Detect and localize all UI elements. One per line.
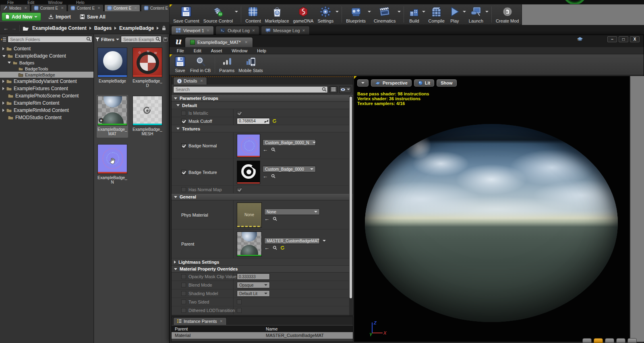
window-title-bar[interactable]: u ExampleBadge_MAT* ✕ – □ X: [170, 35, 644, 47]
expander-icon[interactable]: [176, 128, 180, 130]
tree-item-examplebodyvariant-content[interactable]: ExampleBodyVariant Content: [0, 78, 93, 85]
save-all-button[interactable]: Save All: [78, 12, 107, 21]
tab-close-icon[interactable]: ✕: [134, 6, 137, 10]
instance-parents-close-icon[interactable]: ✕: [220, 319, 223, 323]
phys-material-thumbnail[interactable]: None: [237, 202, 262, 227]
breadcrumb-item-badges[interactable]: Badges: [94, 25, 112, 31]
checkbox-checked[interactable]: [237, 111, 242, 116]
dropdown-caret-icon[interactable]: [398, 11, 401, 12]
dropdown-caret-icon[interactable]: [368, 11, 371, 12]
toolbar-button-content[interactable]: Content: [243, 5, 263, 25]
forward-arrow-button[interactable]: →: [11, 25, 17, 31]
dropdown-caret-icon[interactable]: [235, 11, 238, 12]
use-selected-asset-icon[interactable]: ←: [263, 148, 268, 152]
instance-parents-tab[interactable]: Instance Parents ✕: [173, 317, 227, 325]
parent-thumbnail[interactable]: [237, 231, 262, 256]
badge-normal-asset-dropdown[interactable]: Custom_Badge_0000_N: [263, 139, 316, 146]
expander-icon[interactable]: [174, 97, 177, 99]
checkbox-checked[interactable]: [181, 119, 186, 124]
browse-to-asset-icon[interactable]: [273, 246, 277, 250]
toolbar-button-marketplace[interactable]: Marketplace: [263, 5, 291, 25]
tree-item-examplefixtures-content[interactable]: ExampleFixtures Content: [0, 85, 93, 92]
checkbox-checked[interactable]: [181, 143, 186, 148]
tree-item-content[interactable]: Content: [0, 45, 93, 52]
tree-item-fmodstudio-content[interactable]: FMODStudio Content: [0, 114, 93, 121]
parent-asset-dropdown[interactable]: MASTER_CustomBadgeMAT: [264, 238, 320, 244]
browse-to-asset-icon[interactable]: [273, 217, 277, 221]
dropdown-caret-icon[interactable]: [485, 11, 489, 12]
material-document-tab[interactable]: ExampleBadge_MAT* ✕: [185, 37, 253, 47]
expander-icon[interactable]: [176, 104, 180, 106]
asset-tile-examplebadge-d[interactable]: G M WExampleBadge_D: [132, 47, 163, 89]
editor-tab-modes-0[interactable]: Modes✕: [0, 4, 30, 11]
checkbox-unchecked[interactable]: [181, 274, 186, 279]
tree-item-examplerim-content[interactable]: ExampleRim Content: [0, 99, 93, 107]
toolbar-button-blueprints[interactable]: Blueprints: [344, 5, 368, 25]
save-search-icon[interactable]: [163, 37, 168, 42]
maximize-button[interactable]: □: [619, 36, 628, 42]
badge-texture-asset-dropdown[interactable]: Custom_Badge_0000: [263, 166, 316, 172]
details-row-parameter-groups[interactable]: Parameter Groups: [172, 95, 353, 102]
property-matrix-button[interactable]: [329, 86, 338, 93]
asset-tile-examplebadge-mat[interactable]: ★ExampleBadge_MAT: [97, 95, 128, 138]
minimize-button[interactable]: –: [607, 36, 617, 42]
toolbar-button-cinematics[interactable]: Cinematics: [372, 5, 398, 25]
checkbox-unchecked[interactable]: [181, 308, 186, 313]
me-toolbar-button-find-in-cb[interactable]: Find in CB: [188, 55, 213, 74]
import-button[interactable]: Import: [47, 12, 72, 21]
use-selected-asset-icon[interactable]: ←: [264, 217, 269, 221]
reset-to-default-icon[interactable]: [280, 246, 285, 250]
tab-close-icon[interactable]: ✕: [244, 40, 248, 44]
perspective-button[interactable]: Perspective: [371, 79, 412, 87]
display-filter-eye-button[interactable]: [339, 86, 351, 93]
close-button[interactable]: X: [630, 36, 640, 42]
show-button[interactable]: Show: [437, 79, 456, 87]
checkbox-unchecked[interactable]: [181, 187, 186, 192]
expander-icon[interactable]: [8, 62, 11, 64]
use-selected-asset-icon[interactable]: ←: [263, 174, 268, 178]
tutorial-cap-icon[interactable]: [577, 37, 583, 42]
search-folders-input[interactable]: [8, 36, 92, 43]
use-selected-asset-icon[interactable]: ←: [264, 246, 269, 250]
expander-icon[interactable]: [2, 47, 4, 50]
expander-icon[interactable]: [174, 268, 177, 270]
viewport-options-button[interactable]: [357, 79, 369, 87]
expander-icon[interactable]: [174, 196, 177, 198]
me-toolbar-button-params[interactable]: Params: [217, 55, 236, 74]
tree-item-examplebadge[interactable]: ExampleBadge: [0, 72, 93, 78]
checkbox-unchecked[interactable]: [181, 291, 186, 296]
breadcrumb-item-examplebadge-content[interactable]: ExampleBadge Content: [32, 25, 87, 31]
back-arrow-button[interactable]: ←: [3, 25, 8, 31]
expander-icon[interactable]: [2, 109, 4, 112]
root-menu-window[interactable]: Window: [48, 0, 62, 4]
menu-edit[interactable]: Edit: [194, 48, 201, 53]
root-menu-edit[interactable]: Edit: [27, 0, 34, 4]
phys-material-asset-dropdown[interactable]: None: [264, 209, 320, 215]
dropdown-caret-icon[interactable]: [463, 11, 466, 12]
preview-shape-plane-button[interactable]: [605, 338, 614, 343]
checkbox-checked[interactable]: [181, 170, 186, 175]
tab-close-icon[interactable]: ✕: [207, 29, 210, 33]
doc-tab-output-log[interactable]: Output Log✕: [215, 26, 259, 35]
tree-item-examplerimmod-content[interactable]: ExampleRimMod Content: [0, 107, 93, 114]
expander-icon[interactable]: [2, 101, 4, 105]
toolbar-button-settings[interactable]: Settings: [315, 5, 335, 25]
root-menu-help[interactable]: Help: [76, 0, 85, 4]
details-row-general[interactable]: General: [172, 194, 353, 200]
add-new-button[interactable]: Add New: [2, 12, 41, 21]
checkbox-unchecked[interactable]: [181, 300, 186, 304]
doc-tab-viewport-1[interactable]: Viewport 1✕: [171, 26, 214, 35]
expander-icon[interactable]: [174, 260, 176, 264]
dropdown-caret-icon[interactable]: [422, 11, 425, 12]
expander-icon[interactable]: [2, 55, 6, 57]
tab-close-icon[interactable]: ✕: [97, 6, 101, 10]
details-tab-close-icon[interactable]: ✕: [200, 79, 203, 83]
toolbar-button-gamedna[interactable]: gameDNA: [291, 5, 316, 25]
asset-tile-examplebadge-n[interactable]: ExampleBadge_N: [97, 143, 128, 186]
details-row-material-property-overrides[interactable]: Material Property Overrides: [172, 266, 353, 273]
value-input[interactable]: 0.768654: [237, 118, 270, 124]
lock-icon[interactable]: [162, 25, 166, 31]
checkbox-unchecked[interactable]: [181, 111, 186, 116]
toolbar-button-create-mod[interactable]: Create Mod: [494, 5, 521, 25]
tree-item-badges[interactable]: Badges: [0, 60, 93, 66]
